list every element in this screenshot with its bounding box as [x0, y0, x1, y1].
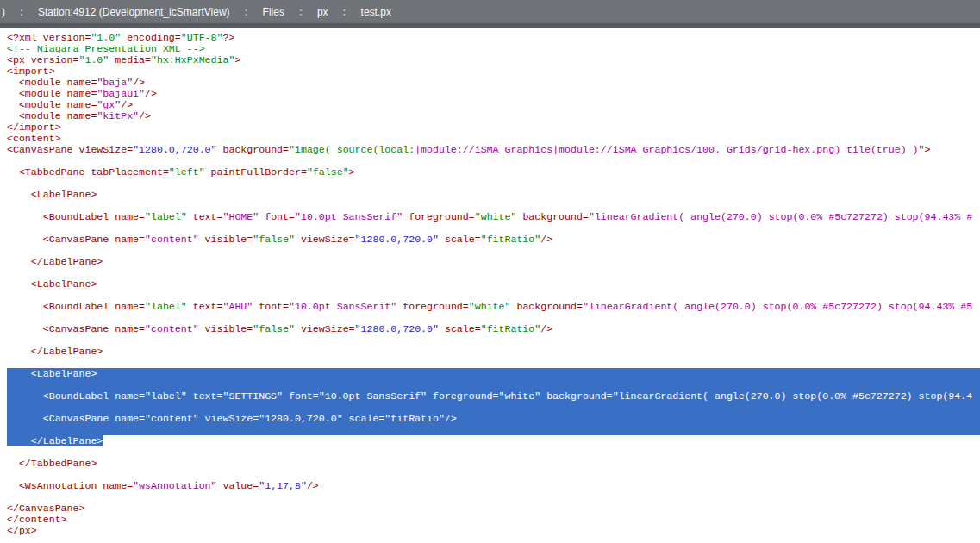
code-line: </CanvasPane> — [7, 502, 980, 514]
code-line — [7, 200, 980, 211]
code-line: <WsAnnotation name="wsAnnotation" value=… — [7, 480, 980, 491]
code-line: <module name="kitPx"/> — [7, 110, 980, 122]
code-line — [7, 178, 980, 189]
code-line: </LabelPane> — [7, 346, 980, 357]
code-line: </px> — [7, 525, 980, 536]
code-line: <LabelPane> — [7, 278, 980, 290]
code-line: <CanvasPane viewSize="1280.0,720.0" back… — [7, 144, 980, 155]
breadcrumb-bar: ) : Station:4912 (Development_icSmartVie… — [0, 0, 980, 23]
code-line — [7, 334, 980, 346]
code-line: <BoundLabel name="label" text="AHU" font… — [7, 301, 980, 312]
code-line — [7, 357, 980, 368]
code-line: <module name="bajaui"/> — [7, 88, 980, 99]
breadcrumb-separator: : — [299, 6, 303, 18]
breadcrumb-item-files[interactable]: Files — [263, 6, 284, 18]
breadcrumb-separator: : — [20, 6, 23, 18]
breadcrumb-separator: : — [245, 6, 248, 18]
breadcrumb-item-px[interactable]: px — [317, 6, 328, 18]
code-line: </import> — [7, 122, 980, 133]
code-line: <content> — [7, 133, 980, 144]
code-line — [7, 469, 980, 480]
code-line: <BoundLabel name="label" text="HOME" fon… — [7, 211, 980, 222]
code-line — [7, 222, 980, 234]
code-line-selected: <LabelPane> — [7, 368, 980, 379]
breadcrumb-item-testpx[interactable]: test.px — [361, 6, 391, 18]
code-line — [7, 312, 980, 323]
code-line-selected: <CanvasPane name="content" viewSize="128… — [7, 413, 980, 424]
code-line — [7, 155, 980, 166]
code-line: <module name="gx"/> — [7, 99, 980, 110]
code-line: <px version="1.0" media="hx:HxPxMedia"> — [7, 54, 980, 66]
code-line: <LabelPane> — [7, 189, 980, 200]
code-line: <module name="baja"/> — [7, 77, 980, 88]
breadcrumb-item-station[interactable]: Station:4912 (Development_icSmartView) — [38, 6, 230, 18]
code-line: </TabbedPane> — [7, 458, 980, 469]
code-line: <CanvasPane name="content" visible="fals… — [7, 234, 980, 245]
breadcrumb-separator: : — [343, 6, 346, 18]
code-line: <CanvasPane name="content" visible="fals… — [7, 323, 980, 334]
code-line: </LabelPane> — [7, 256, 980, 267]
code-line: <!-- Niagara Presentation XML --> — [7, 43, 980, 54]
code-line: <?xml version="1.0" encoding="UTF-8"?> — [7, 32, 980, 43]
code-line — [7, 491, 980, 502]
code-line-selected: </LabelPane> — [7, 435, 980, 446]
code-line — [7, 446, 980, 458]
code-line-selected — [7, 379, 980, 390]
code-line-selected: <BoundLabel name="label" text="SETTINGS"… — [7, 390, 980, 402]
code-line-selected — [7, 424, 980, 435]
code-line-selected — [7, 402, 980, 413]
code-editor[interactable]: <?xml version="1.0" encoding="UTF-8"?><!… — [0, 28, 980, 536]
code-line: <TabbedPane tabPlacement="left" paintFul… — [7, 166, 980, 178]
code-line: </content> — [7, 514, 980, 525]
code-line — [7, 267, 980, 278]
code-line: <import> — [7, 66, 980, 77]
breadcrumb-item-partial[interactable]: ) — [2, 6, 5, 18]
code-line — [7, 245, 980, 256]
code-line — [7, 290, 980, 301]
